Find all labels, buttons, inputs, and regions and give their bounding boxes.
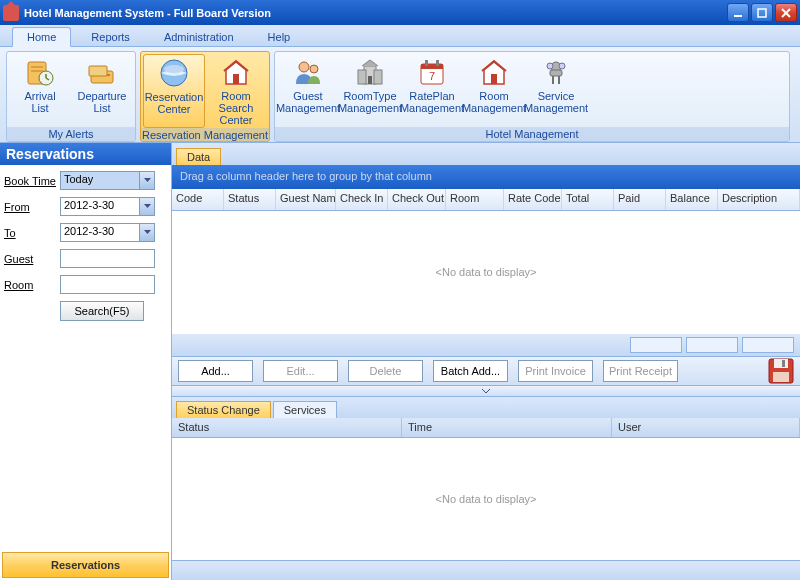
guest-management-button[interactable]: Guest Management xyxy=(277,54,339,127)
sub-grid-body: <No data to display> xyxy=(172,438,800,561)
batch-add-button[interactable]: Batch Add... xyxy=(433,360,508,382)
arrival-list-icon xyxy=(24,56,56,88)
departure-list-label: Departure List xyxy=(78,90,127,114)
col-check-in[interactable]: Check In xyxy=(336,189,388,210)
ribbon-group-caption: Hotel Management xyxy=(275,127,789,141)
col-description[interactable]: Description xyxy=(718,189,800,210)
add-button[interactable]: Add... xyxy=(178,360,253,382)
svg-point-17 xyxy=(310,65,318,73)
summary-box xyxy=(686,337,738,353)
from-date-combo[interactable]: 2012-3-30 xyxy=(60,197,155,216)
ribbon-group-hotel: Guest Management RoomType Management 7 R… xyxy=(274,51,790,142)
search-form: Book Time Today From 2012-3-30 To 2012-3… xyxy=(0,165,171,552)
room-search-center-button[interactable]: Room Search Center xyxy=(205,54,267,128)
reservation-center-button[interactable]: Reservation Center xyxy=(143,54,205,128)
minimize-button[interactable] xyxy=(727,3,749,22)
ribbon-group-reservation: Reservation Center Room Search Center Re… xyxy=(140,51,270,142)
menu-home[interactable]: Home xyxy=(12,27,71,47)
window-title: Hotel Management System - Full Board Ver… xyxy=(24,7,727,19)
sidebar-title: Reservations xyxy=(0,143,171,165)
edit-button[interactable]: Edit... xyxy=(263,360,338,382)
to-date-combo[interactable]: 2012-3-30 xyxy=(60,223,155,242)
print-invoice-button[interactable]: Print Invoice xyxy=(518,360,593,382)
svg-rect-33 xyxy=(782,360,785,367)
room-search-center-label: Room Search Center xyxy=(206,90,266,126)
svg-rect-12 xyxy=(89,66,107,76)
summary-box xyxy=(742,337,794,353)
col-rate-code[interactable]: Rate Code xyxy=(504,189,562,210)
arrival-list-button[interactable]: Arrival List xyxy=(9,54,71,127)
arrival-list-label: Arrival List xyxy=(24,90,55,114)
delete-button[interactable]: Delete xyxy=(348,360,423,382)
svg-point-14 xyxy=(164,65,184,73)
service-management-button[interactable]: Service Management xyxy=(525,54,587,127)
ribbon: Arrival List Departure List My Alerts Re… xyxy=(0,47,800,143)
chevron-down-icon[interactable] xyxy=(140,171,155,190)
sub-grid-header: Status Time User xyxy=(172,418,800,438)
svg-rect-20 xyxy=(374,70,382,84)
rateplan-icon: 7 xyxy=(416,56,448,88)
book-time-label: Book Time xyxy=(4,175,60,187)
room-management-label: Room Management xyxy=(462,90,526,114)
departure-list-icon xyxy=(86,56,118,88)
expander-handle[interactable] xyxy=(172,386,800,396)
action-bar: Add... Edit... Delete Batch Add... Print… xyxy=(172,356,800,386)
maximize-button[interactable] xyxy=(751,3,773,22)
col-code[interactable]: Code xyxy=(172,189,224,210)
menu-help[interactable]: Help xyxy=(254,28,305,46)
service-icon xyxy=(540,56,572,88)
svg-rect-19 xyxy=(358,70,366,84)
room-management-button[interactable]: Room Management xyxy=(463,54,525,127)
print-receipt-button[interactable]: Print Receipt xyxy=(603,360,678,382)
menu-reports[interactable]: Reports xyxy=(77,28,144,46)
chevron-down-icon[interactable] xyxy=(140,197,155,216)
ribbon-group-my-alerts: Arrival List Departure List My Alerts xyxy=(6,51,136,142)
book-time-combo[interactable]: Today xyxy=(60,171,155,190)
roomtype-management-label: RoomType Management xyxy=(338,90,402,114)
subcol-user[interactable]: User xyxy=(612,418,800,437)
col-status[interactable]: Status xyxy=(224,189,276,210)
title-bar: Hotel Management System - Full Board Ver… xyxy=(0,0,800,25)
col-guest-name[interactable]: Guest Name xyxy=(276,189,336,210)
tab-data[interactable]: Data xyxy=(176,148,221,165)
no-data-label: <No data to display> xyxy=(436,493,537,505)
group-by-bar[interactable]: Drag a column header here to group by th… xyxy=(172,165,800,189)
main-grid-body: <No data to display> xyxy=(172,211,800,334)
save-icon[interactable] xyxy=(768,358,794,384)
rateplan-management-button[interactable]: 7 RatePlan Management xyxy=(401,54,463,127)
departure-list-button[interactable]: Departure List xyxy=(71,54,133,127)
col-balance[interactable]: Balance xyxy=(666,189,718,210)
roomtype-management-button[interactable]: RoomType Management xyxy=(339,54,401,127)
svg-rect-32 xyxy=(774,359,788,368)
subcol-status[interactable]: Status xyxy=(172,418,402,437)
room-input[interactable] xyxy=(60,275,155,294)
sidebar-footer[interactable]: Reservations xyxy=(2,552,169,578)
close-button[interactable] xyxy=(775,3,797,22)
col-total[interactable]: Total xyxy=(562,189,614,210)
guest-icon xyxy=(292,56,324,88)
no-data-label: <No data to display> xyxy=(436,266,537,278)
col-room[interactable]: Room xyxy=(446,189,504,210)
guest-management-label: Guest Management xyxy=(276,90,340,114)
menu-administration[interactable]: Administration xyxy=(150,28,248,46)
to-label: To xyxy=(4,227,60,239)
chevron-down-icon[interactable] xyxy=(140,223,155,242)
subcol-time[interactable]: Time xyxy=(402,418,612,437)
svg-point-16 xyxy=(299,62,309,72)
search-button[interactable]: Search(F5) xyxy=(60,301,144,321)
rateplan-management-label: RatePlan Management xyxy=(400,90,464,114)
guest-input[interactable] xyxy=(60,249,155,268)
svg-rect-23 xyxy=(421,64,443,69)
svg-point-30 xyxy=(559,63,565,69)
menu-bar: Home Reports Administration Help xyxy=(0,25,800,47)
tab-services[interactable]: Services xyxy=(273,401,337,418)
svg-point-29 xyxy=(547,63,553,69)
grid-navigator[interactable] xyxy=(172,560,800,580)
guest-label: Guest xyxy=(4,253,60,265)
roomtype-icon xyxy=(354,56,386,88)
col-paid[interactable]: Paid xyxy=(614,189,666,210)
svg-rect-25 xyxy=(436,60,439,66)
col-check-out[interactable]: Check Out xyxy=(388,189,446,210)
tab-status-change[interactable]: Status Change xyxy=(176,401,271,418)
reservation-center-label: Reservation Center xyxy=(145,91,204,115)
